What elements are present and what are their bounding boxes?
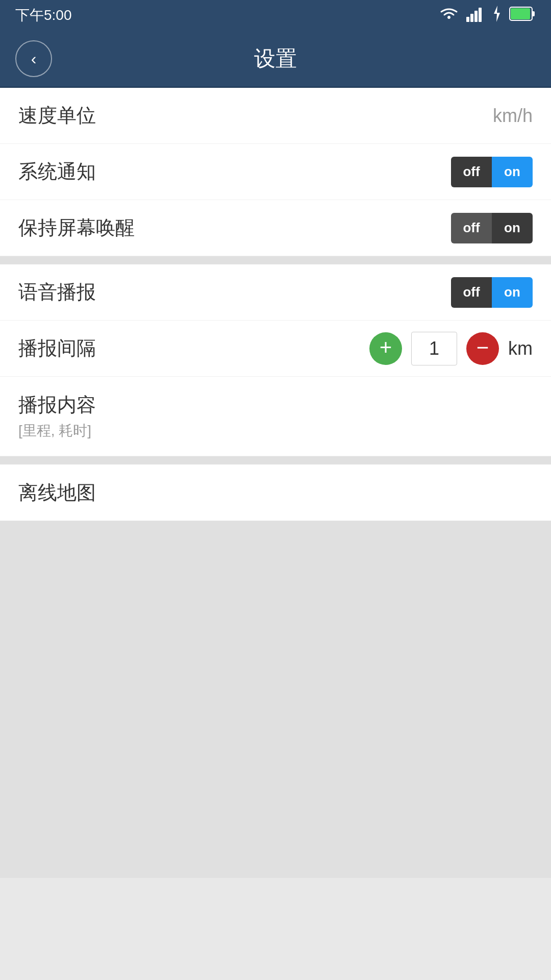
section-divider-1 xyxy=(0,256,551,264)
keep-screen-awake-toggle[interactable]: off on xyxy=(451,213,533,243)
signal-icon xyxy=(466,6,485,26)
system-notification-row: 系统通知 off on xyxy=(0,144,551,200)
interval-minus-button[interactable]: − xyxy=(466,332,499,365)
wifi-icon xyxy=(439,6,459,26)
svg-rect-2 xyxy=(474,11,478,22)
charging-icon xyxy=(492,6,502,26)
toggle-off-label: off xyxy=(451,157,492,187)
status-icons xyxy=(439,6,536,26)
toggle-on-label: on xyxy=(492,157,533,187)
keep-screen-awake-label: 保持屏幕唤醒 xyxy=(18,215,135,241)
interval-control: + − km xyxy=(369,332,533,365)
svg-rect-0 xyxy=(466,17,469,22)
settings-content: 速度单位 km/h 系统通知 off on 保持屏幕唤醒 off on 语音播报… xyxy=(0,88,551,521)
broadcast-content-label: 播报内容 xyxy=(18,392,96,418)
svg-marker-4 xyxy=(494,6,500,22)
interval-plus-button[interactable]: + xyxy=(369,332,402,365)
interval-input[interactable] xyxy=(411,332,457,365)
status-time: 下午5:00 xyxy=(15,6,72,25)
voice-broadcast-label: 语音播报 xyxy=(18,279,96,305)
speed-unit-value: km/h xyxy=(493,105,533,127)
offline-map-label: 离线地图 xyxy=(18,480,96,506)
speed-unit-label: 速度单位 xyxy=(18,103,96,129)
voice-broadcast-toggle[interactable]: off on xyxy=(451,277,533,308)
interval-unit: km xyxy=(508,338,533,359)
speed-unit-row[interactable]: 速度单位 km/h xyxy=(0,88,551,144)
broadcast-interval-label: 播报间隔 xyxy=(18,335,96,361)
gray-background-area xyxy=(0,521,551,878)
svg-rect-1 xyxy=(470,14,473,22)
header: ‹ 设置 xyxy=(0,31,551,88)
toggle-off-label-3: off xyxy=(451,277,492,308)
back-arrow-icon: ‹ xyxy=(31,51,37,67)
keep-screen-awake-row: 保持屏幕唤醒 off on xyxy=(0,200,551,256)
toggle-on-label-3: on xyxy=(492,277,533,308)
page-title: 设置 xyxy=(254,44,297,73)
offline-map-row[interactable]: 离线地图 xyxy=(0,464,551,521)
minus-icon: − xyxy=(477,337,489,358)
toggle-on-label-2: on xyxy=(492,213,533,243)
battery-icon xyxy=(509,7,536,24)
broadcast-content-sublabel: [里程, 耗时] xyxy=(18,421,96,440)
svg-rect-7 xyxy=(511,8,530,19)
broadcast-content-label-wrap: 播报内容 [里程, 耗时] xyxy=(18,392,96,440)
toggle-off-label-2: off xyxy=(451,213,492,243)
system-notification-label: 系统通知 xyxy=(18,159,96,185)
back-button[interactable]: ‹ xyxy=(15,40,52,77)
broadcast-interval-row: 播报间隔 + − km xyxy=(0,321,551,377)
section-divider-2 xyxy=(0,456,551,464)
status-bar: 下午5:00 xyxy=(0,0,551,31)
broadcast-content-row[interactable]: 播报内容 [里程, 耗时] xyxy=(0,377,551,456)
svg-rect-6 xyxy=(532,11,535,16)
svg-rect-3 xyxy=(479,8,482,22)
system-notification-toggle[interactable]: off on xyxy=(451,157,533,187)
voice-broadcast-row: 语音播报 off on xyxy=(0,264,551,321)
plus-icon: + xyxy=(380,337,392,358)
